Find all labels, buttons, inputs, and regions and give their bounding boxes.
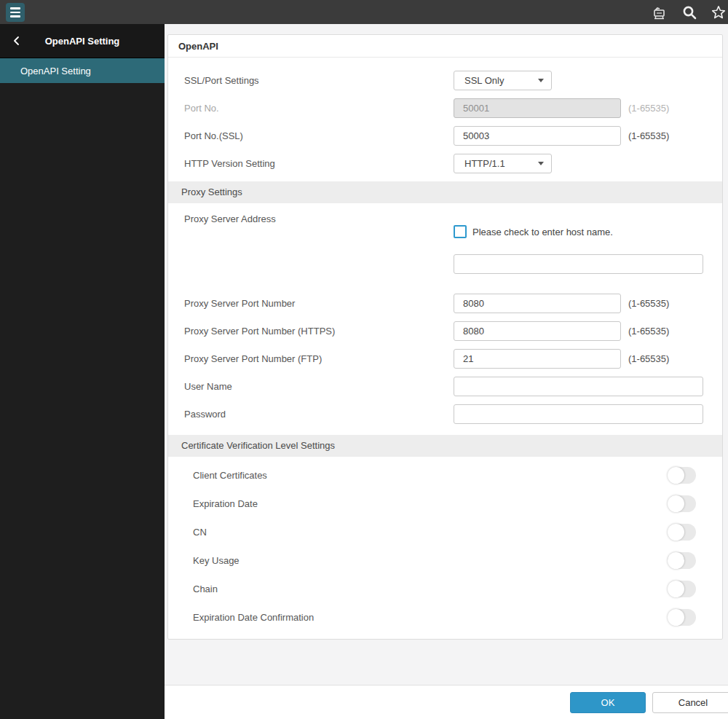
proxy-port-label: Proxy Server Port Number <box>184 298 454 309</box>
proxy-server-address-input[interactable] <box>454 254 703 274</box>
sidebar-item-label: OpenAPI Setting <box>20 66 91 76</box>
proxy-server-address-label: Proxy Server Address <box>184 213 276 224</box>
password-label: Password <box>184 409 454 420</box>
client-certificates-label: Client Certificates <box>193 470 267 481</box>
chevron-down-icon <box>538 162 544 165</box>
port-no-ssl-row: Port No.(SSL) (1-65535) <box>168 122 722 149</box>
proxy-settings-section-header: Proxy Settings <box>168 181 722 203</box>
sidebar-header: OpenAPI Setting <box>0 24 165 58</box>
proxy-port-ftp-input[interactable] <box>454 349 621 369</box>
ssl-port-settings-value: SSL Only <box>464 75 504 86</box>
chain-toggle[interactable] <box>668 581 696 597</box>
chevron-left-icon[interactable] <box>10 34 23 47</box>
port-no-ssl-input[interactable] <box>454 126 621 146</box>
sidebar-item-openapi-setting[interactable]: OpenAPI Setting <box>0 58 165 83</box>
sidebar-title: OpenAPI Setting <box>45 36 120 47</box>
cn-toggle[interactable] <box>668 524 696 541</box>
proxy-port-ftp-row: Proxy Server Port Number (FTP) (1-65535) <box>168 345 722 372</box>
password-row: Password <box>168 400 722 428</box>
top-bar <box>0 0 728 24</box>
expiration-date-label: Expiration Date <box>193 498 258 509</box>
cancel-button[interactable]: Cancel <box>652 692 728 713</box>
expiration-date-row: Expiration Date <box>168 490 722 518</box>
proxy-port-input[interactable] <box>454 294 621 313</box>
key-usage-row: Key Usage <box>168 546 722 575</box>
port-no-row: Port No. (1-65535) <box>168 94 722 122</box>
port-no-range-hint: (1-65535) <box>628 103 669 114</box>
printer-icon[interactable] <box>651 4 668 21</box>
ssl-port-settings-row: SSL/Port Settings SSL Only <box>168 66 722 94</box>
ssl-port-settings-label: SSL/Port Settings <box>184 75 454 86</box>
expiration-date-confirmation-toggle[interactable] <box>668 609 696 626</box>
main-area: OpenAPI SSL/Port Settings SSL Only Port … <box>165 24 728 719</box>
chain-row: Chain <box>168 575 722 603</box>
proxy-port-range-hint: (1-65535) <box>628 298 669 309</box>
http-version-select[interactable]: HTTP/1.1 <box>454 154 552 173</box>
client-certificates-toggle[interactable] <box>668 467 696 484</box>
port-no-label: Port No. <box>184 103 454 114</box>
star-icon[interactable] <box>711 4 727 20</box>
user-name-input[interactable] <box>454 377 703 396</box>
page-title: OpenAPI <box>168 35 722 58</box>
chain-label: Chain <box>193 584 218 594</box>
cn-row: CN <box>168 518 722 546</box>
password-input[interactable] <box>454 404 703 424</box>
proxy-port-ftp-range-hint: (1-65535) <box>628 353 669 364</box>
proxy-server-address-block: Proxy Server Address Please check to ent… <box>168 209 722 285</box>
http-version-value: HTTP/1.1 <box>464 158 505 169</box>
port-no-ssl-range-hint: (1-65535) <box>628 130 669 141</box>
footer-bar: OK Cancel <box>165 685 728 719</box>
key-usage-label: Key Usage <box>193 555 240 566</box>
ok-button[interactable]: OK <box>570 692 646 713</box>
proxy-port-https-row: Proxy Server Port Number (HTTPS) (1-6553… <box>168 317 722 345</box>
port-no-input <box>454 98 621 118</box>
port-no-ssl-label: Port No.(SSL) <box>184 130 454 141</box>
expiration-date-confirmation-label: Expiration Date Confirmation <box>193 612 314 623</box>
certificate-section-header: Certificate Verification Level Settings <box>168 435 722 457</box>
http-version-row: HTTP Version Setting HTTP/1.1 <box>168 149 722 177</box>
chevron-down-icon <box>538 79 544 82</box>
proxy-port-ftp-label: Proxy Server Port Number (FTP) <box>184 353 454 364</box>
hamburger-icon[interactable] <box>6 3 25 22</box>
http-version-label: HTTP Version Setting <box>184 158 454 169</box>
proxy-port-https-label: Proxy Server Port Number (HTTPS) <box>184 326 454 337</box>
proxy-port-row: Proxy Server Port Number (1-65535) <box>168 289 722 317</box>
hostname-checkbox[interactable] <box>454 225 467 238</box>
user-name-label: User Name <box>184 381 454 392</box>
expiration-date-toggle[interactable] <box>668 495 696 512</box>
cn-label: CN <box>193 527 207 538</box>
key-usage-toggle[interactable] <box>668 552 696 569</box>
expiration-date-confirmation-row: Expiration Date Confirmation <box>168 603 722 632</box>
search-icon[interactable] <box>681 4 697 20</box>
proxy-port-https-range-hint: (1-65535) <box>628 326 669 337</box>
openapi-card: OpenAPI SSL/Port Settings SSL Only Port … <box>167 34 723 640</box>
client-certificates-row: Client Certificates <box>168 461 722 490</box>
ssl-port-settings-select[interactable]: SSL Only <box>454 71 552 90</box>
proxy-port-https-input[interactable] <box>454 321 621 341</box>
sidebar: OpenAPI Setting OpenAPI Setting <box>0 24 165 719</box>
hostname-checkbox-label: Please check to enter host name. <box>472 227 613 237</box>
user-name-row: User Name <box>168 372 722 400</box>
